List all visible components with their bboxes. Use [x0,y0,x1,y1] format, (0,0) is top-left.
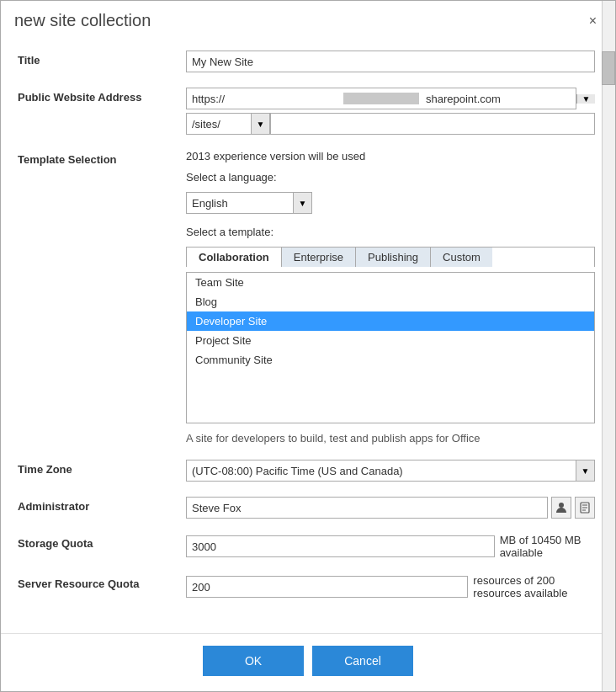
administrator-control [186,497,595,519]
select-language-label: Select a language: [186,171,595,184]
sites-dropdown-button[interactable]: ▼ [251,114,269,134]
template-item-project-site[interactable]: Project Site [187,331,594,350]
administrator-input[interactable] [186,497,548,519]
public-website-label: Public Website Address [18,88,186,104]
addressbook-icon [579,502,591,514]
url-blurred-part [343,93,419,104]
storage-quota-input[interactable] [186,535,495,557]
close-button[interactable]: × [584,13,602,29]
storage-quota-label: Storage Quota [18,534,186,550]
timezone-label: Time Zone [18,460,186,476]
tab-publishing[interactable]: Publishing [356,248,431,267]
timezone-row: Time Zone (UTC-08:00) Pacific Time (US a… [18,460,595,482]
admin-addressbook-icon-button[interactable] [575,497,595,519]
server-resource-quota-row: Server Resource Quota resources of 200 r… [18,574,595,599]
template-tabs: Collaboration Enterprise Publishing Cust… [186,247,595,267]
admin-person-icon-button[interactable] [551,497,571,519]
timezone-value: (UTC-08:00) Pacific Time (US and Canada) [187,463,576,479]
title-row: Title [18,51,595,72]
storage-quota-suffix: MB of 10450 MB available [500,534,595,559]
scrollbar-thumb[interactable] [602,51,615,85]
url-main-row: https:// sharepoint.com ▼ [186,88,595,109]
url-domain-text: sharepoint.com [421,91,576,107]
timezone-control: (UTC-08:00) Pacific Time (US and Canada)… [186,460,595,482]
person-icon [555,502,567,514]
cancel-button[interactable]: Cancel [312,646,413,676]
title-control [186,51,595,72]
template-item-community-site[interactable]: Community Site [187,350,594,370]
public-website-row: Public Website Address https:// sharepoi… [18,88,595,135]
dialog-content: Title Public Website Address https:// sh… [1,37,615,633]
storage-quota-row: Storage Quota MB of 10450 MB available [18,534,595,559]
timezone-select[interactable]: (UTC-08:00) Pacific Time (US and Canada)… [186,460,595,482]
language-value: English [187,195,293,211]
administrator-label: Administrator [18,497,186,513]
ok-button[interactable]: OK [203,646,304,676]
server-resource-quota-control: resources of 200 resources available [186,574,595,599]
title-input[interactable] [186,51,595,72]
timezone-dropdown-button[interactable]: ▼ [576,460,594,481]
storage-quota-control: MB of 10450 MB available [186,534,595,559]
template-item-blog[interactable]: Blog [187,292,594,311]
template-selection-control: 2013 experience version will be used Sel… [186,150,595,444]
dialog-title: new site collection [14,11,151,30]
template-selection-label: Template Selection [18,150,186,166]
administrator-row: Administrator [18,497,595,519]
url-prefix-text: https:// [187,91,342,107]
template-section: 2013 experience version will be used Sel… [186,150,595,444]
language-select[interactable]: English ▼ [186,192,312,214]
server-resource-quota-row-inner: resources of 200 resources available [186,574,595,599]
svg-point-0 [559,503,564,508]
sites-row: /sites/ ▼ [186,113,595,135]
sites-text: /sites/ [187,116,251,132]
server-resource-quota-input[interactable] [186,576,468,598]
dialog-title-bar: new site collection × [1,1,615,37]
url-main-box: https:// sharepoint.com [186,88,576,109]
tab-enterprise[interactable]: Enterprise [282,248,356,267]
template-item-team-site[interactable]: Team Site [187,273,594,292]
template-description: A site for developers to build, test and… [186,432,595,444]
admin-row [186,497,595,519]
url-dropdown-button[interactable]: ▼ [576,94,595,104]
tab-collaboration[interactable]: Collaboration [187,248,282,267]
template-list: Team Site Blog Developer Site Project Si… [186,272,595,423]
new-site-collection-dialog: new site collection × Title Public Websi… [0,0,616,692]
server-resource-quota-label: Server Resource Quota [18,574,186,590]
server-resource-quota-suffix: resources of 200 resources available [473,574,595,599]
template-selection-row: Template Selection 2013 experience versi… [18,150,595,444]
public-website-control: https:// sharepoint.com ▼ /sites/ ▼ [186,88,595,135]
template-item-developer-site[interactable]: Developer Site [187,311,594,331]
tab-custom[interactable]: Custom [431,248,492,267]
sites-select[interactable]: /sites/ ▼ [186,113,270,135]
select-template-label: Select a template: [186,226,595,238]
language-dropdown-button[interactable]: ▼ [293,193,311,213]
storage-quota-row-inner: MB of 10450 MB available [186,534,595,559]
sites-path-input[interactable] [270,113,595,135]
template-version-info: 2013 experience version will be used [186,150,595,162]
scrollbar-track [602,1,615,691]
title-label: Title [18,51,186,67]
dialog-footer: OK Cancel [1,633,615,691]
